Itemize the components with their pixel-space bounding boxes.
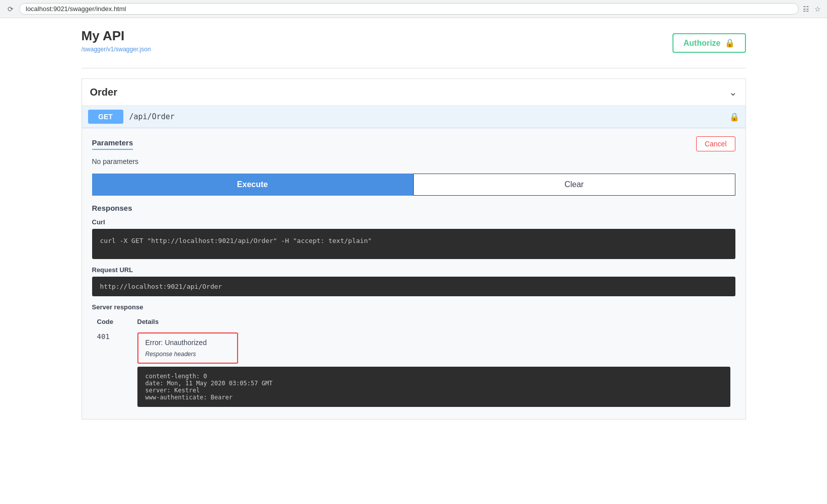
address-bar[interactable]: localhost:9021/swagger/index.html bbox=[19, 3, 799, 15]
clear-button[interactable]: Clear bbox=[413, 174, 735, 196]
reload-icon[interactable]: ⟳ bbox=[6, 5, 15, 14]
error-text: Error: Unauthorized bbox=[145, 339, 207, 347]
endpoint-lock-icon: 🔒 bbox=[729, 112, 739, 122]
browser-chrome: ⟳ localhost:9021/swagger/index.html ☷ ☆ bbox=[0, 0, 827, 18]
extensions-icon[interactable]: ☷ bbox=[803, 5, 809, 13]
header-divider bbox=[82, 68, 746, 68]
authorize-label: Authorize bbox=[684, 39, 721, 48]
action-buttons: Execute Clear bbox=[92, 174, 735, 196]
cancel-button[interactable]: Cancel bbox=[696, 136, 735, 151]
page-content: My API /swagger/v1/swagger.json Authoriz… bbox=[61, 18, 766, 419]
request-url-section: Request URL http://localhost:9021/api/Or… bbox=[92, 266, 735, 296]
table-row: 401 Error: Unauthorized Response headers… bbox=[92, 328, 735, 411]
response-table: Code Details 401 Error: Unauthorized Res… bbox=[92, 315, 735, 411]
header-area: My API /swagger/v1/swagger.json Authoriz… bbox=[82, 18, 746, 58]
swagger-link[interactable]: /swagger/v1/swagger.json bbox=[82, 46, 151, 53]
execute-button[interactable]: Execute bbox=[92, 174, 413, 196]
server-response-section: Server response Code Details 401 bbox=[92, 303, 735, 411]
curl-block: curl -X GET "http://localhost:9021/api/O… bbox=[92, 229, 735, 259]
authorize-button[interactable]: Authorize 🔒 bbox=[672, 33, 746, 53]
method-badge: GET bbox=[88, 110, 123, 124]
params-title: Parameters bbox=[92, 138, 133, 150]
response-details: Error: Unauthorized Response headers con… bbox=[132, 328, 735, 411]
lock-icon: 🔒 bbox=[725, 38, 735, 48]
no-params-text: No parameters bbox=[92, 157, 735, 165]
params-header: Parameters Cancel bbox=[92, 136, 735, 151]
response-code: 401 bbox=[92, 328, 132, 411]
curl-section: Curl curl -X GET "http://localhost:9021/… bbox=[92, 218, 735, 259]
endpoint-row[interactable]: GET /api/Order 🔒 bbox=[82, 106, 745, 128]
api-info: My API /swagger/v1/swagger.json bbox=[82, 28, 151, 53]
section-title: Order bbox=[90, 87, 117, 98]
request-url-block: http://localhost:9021/api/Order bbox=[92, 277, 735, 296]
request-url-label: Request URL bbox=[92, 266, 735, 274]
server-response-label: Server response bbox=[92, 303, 735, 311]
response-headers-label: Response headers bbox=[145, 351, 230, 358]
section-header[interactable]: Order ⌄ bbox=[82, 79, 745, 106]
responses-title: Responses bbox=[92, 204, 735, 212]
bookmark-icon[interactable]: ☆ bbox=[814, 5, 821, 13]
parameters-section: Parameters Cancel No parameters Execute … bbox=[82, 128, 745, 419]
response-headers-block: content-length: 0 date: Mon, 11 May 2020… bbox=[137, 367, 730, 407]
col-details: Details bbox=[132, 315, 735, 328]
browser-action-icons: ☷ ☆ bbox=[803, 5, 821, 13]
order-section: Order ⌄ GET /api/Order 🔒 Parameters Canc… bbox=[82, 78, 746, 419]
chevron-down-icon: ⌄ bbox=[729, 86, 737, 98]
endpoint-path: /api/Order bbox=[129, 112, 729, 121]
col-code: Code bbox=[92, 315, 132, 328]
api-title: My API bbox=[82, 28, 151, 44]
curl-label: Curl bbox=[92, 218, 735, 226]
error-cell: Error: Unauthorized Response headers bbox=[137, 332, 238, 364]
